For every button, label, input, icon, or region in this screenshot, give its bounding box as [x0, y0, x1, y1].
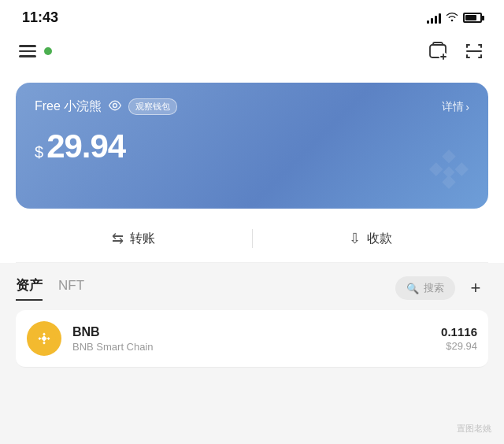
asset-info-bnb: BNB BNB Smart Chain	[72, 325, 430, 353]
transfer-icon: ⇆	[112, 230, 124, 247]
search-placeholder: 搜索	[424, 281, 444, 295]
status-time: 11:43	[22, 9, 58, 26]
asset-name-bnb: BNB	[72, 325, 430, 339]
nav-right	[427, 40, 485, 62]
wifi-icon	[446, 11, 458, 24]
status-icons	[427, 11, 482, 24]
tabs-section: 资产 NFT 🔍 搜索 +	[0, 263, 504, 301]
battery-icon	[463, 13, 482, 23]
search-icon: 🔍	[406, 283, 419, 294]
transfer-button[interactable]: ⇆ 转账	[16, 230, 252, 247]
status-dot	[44, 47, 52, 55]
tabs-left: 资产 NFT	[16, 276, 84, 301]
nav-left	[19, 45, 52, 57]
action-bar: ⇆ 转账 ⇩ 收款	[16, 215, 488, 263]
asset-usd-bnb: $29.94	[441, 340, 477, 352]
bnb-logo	[27, 321, 61, 356]
wallet-name: Free 小浣熊	[35, 98, 102, 115]
search-box[interactable]: 🔍 搜索	[395, 276, 455, 300]
tab-assets[interactable]: 资产	[16, 276, 43, 301]
main-content: Free 小浣熊 观察钱包 详情 › $ 29.94	[0, 70, 504, 263]
add-asset-button[interactable]: +	[463, 276, 488, 301]
tab-nft[interactable]: NFT	[58, 278, 84, 298]
asset-item-bnb[interactable]: BNB BNB Smart Chain 0.1116 $29.94	[16, 310, 488, 368]
status-bar: 11:43	[0, 0, 504, 32]
transfer-label: 转账	[130, 231, 155, 247]
asset-amount-bnb: 0.1116	[441, 325, 477, 339]
bnb-watermark-icon	[425, 146, 472, 196]
wallet-card-header: Free 小浣熊 观察钱包 详情 ›	[35, 98, 469, 115]
wallet-name-group: Free 小浣熊 观察钱包	[35, 98, 177, 115]
balance-amount: 29.94	[46, 128, 125, 165]
header-nav	[0, 32, 504, 70]
scan-button[interactable]	[463, 40, 485, 62]
currency-symbol: $	[35, 143, 43, 161]
tabs-header: 资产 NFT 🔍 搜索 +	[16, 276, 488, 301]
menu-button[interactable]	[19, 45, 36, 57]
detail-link[interactable]: 详情 ›	[442, 100, 469, 114]
receive-icon: ⇩	[349, 230, 361, 247]
signal-icon	[427, 13, 441, 24]
asset-chain-bnb: BNB Smart Chain	[72, 341, 430, 353]
eye-icon[interactable]	[108, 100, 122, 114]
observe-badge: 观察钱包	[128, 98, 177, 115]
asset-list: BNB BNB Smart Chain 0.1116 $29.94	[0, 301, 504, 368]
tabs-right: 🔍 搜索 +	[395, 276, 488, 301]
receive-label: 收款	[367, 231, 392, 247]
receive-button[interactable]: ⇩ 收款	[253, 230, 489, 247]
wallet-card: Free 小浣熊 观察钱包 详情 › $ 29.94	[16, 83, 488, 209]
add-wallet-button[interactable]	[427, 40, 449, 62]
wallet-balance: $ 29.94	[35, 128, 469, 165]
asset-values-bnb: 0.1116 $29.94	[441, 325, 477, 352]
watermark: 置图老姚	[457, 423, 491, 435]
svg-point-3	[113, 103, 117, 107]
